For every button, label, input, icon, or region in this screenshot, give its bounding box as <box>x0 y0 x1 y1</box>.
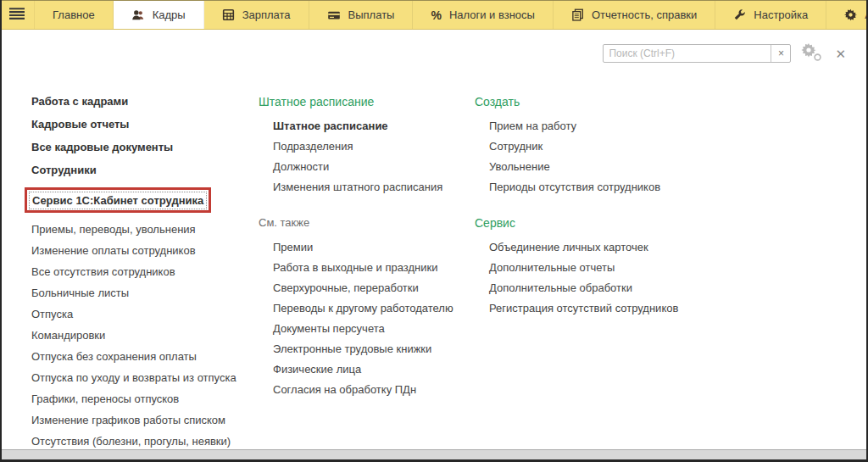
tab-label: Отчетность, справки <box>592 8 697 21</box>
top-section-bar: Главное Кадры Зарплата <box>2 0 866 30</box>
link-elektronnye-trudovye[interactable]: Электронные трудовые книжки <box>273 342 470 363</box>
tab-label: Настройка <box>754 8 808 21</box>
search-input[interactable] <box>604 45 771 62</box>
column-right: Создать Прием на работу Сотрудник Увольн… <box>475 95 712 322</box>
header-shtatnoe-raspisanie[interactable]: Штатное расписание <box>259 95 470 120</box>
gear-icon <box>844 8 857 21</box>
link-vse-kadrovye-dokumenty[interactable]: Все кадровые документы <box>31 141 252 164</box>
link-uvolnenie[interactable]: Увольнение <box>489 160 712 181</box>
search-clear-button[interactable]: × <box>771 45 790 62</box>
close-panel-button[interactable]: ✕ <box>832 47 849 60</box>
link-rabota-s-kadrami[interactable]: Работа с кадрами <box>31 95 252 118</box>
search-toolbar: × ✕ <box>603 42 849 65</box>
link-periody-otsutstviya[interactable]: Периоды отсутствия сотрудников <box>489 181 712 201</box>
link-obedinenie-kartochek[interactable]: Объединение личных карточек <box>489 241 712 261</box>
highlighted-link-servis-1c-kabinet[interactable]: Сервис 1С:Кабинет сотрудника <box>25 187 211 213</box>
payment-card-icon <box>327 8 341 22</box>
header-servis: Сервис <box>475 216 712 241</box>
column-middle: Штатное расписание Штатное расписание По… <box>259 95 470 404</box>
link-priem-na-rabotu[interactable]: Прием на работу <box>489 120 712 140</box>
link-grafiki-perenosy[interactable]: Графики, переносы отпусков <box>31 392 252 414</box>
link-otpuska[interactable]: Отпуска <box>31 308 252 329</box>
main-menu-button[interactable] <box>2 1 34 29</box>
tab-otchetnost[interactable]: Отчетность, справки <box>554 1 715 29</box>
link-priemy-perevody[interactable]: Приемы, переводы, увольнения <box>31 223 252 244</box>
app-window: Главное Кадры Зарплата <box>0 0 868 462</box>
column-left: Работа с кадрами Кадровые отчеты Все кад… <box>31 95 252 456</box>
highlighted-link-label: Сервис 1С:Кабинет сотрудника <box>31 193 205 208</box>
wrench-icon <box>733 8 746 21</box>
link-soglasiya-pdn[interactable]: Согласия на обработку ПДн <box>273 383 470 404</box>
link-komandirovki[interactable]: Командировки <box>31 329 252 350</box>
tab-glavnoe[interactable]: Главное <box>34 1 114 29</box>
link-izmeneniya-shtatnogo[interactable]: Изменения штатного расписания <box>273 181 470 201</box>
tab-administrirovanie[interactable]: Администрирование <box>826 1 868 29</box>
link-dokumenty-persucheta[interactable]: Документы персучета <box>273 322 470 342</box>
clear-x-icon: × <box>778 47 784 59</box>
double-gear-icon <box>800 42 822 65</box>
calculator-icon <box>222 8 235 21</box>
hamburger-icon <box>9 8 25 23</box>
report-icon <box>571 8 584 21</box>
window-bottom-edge <box>2 449 866 459</box>
tab-label: Кадры <box>153 8 186 21</box>
link-sotrudniki[interactable]: Сотрудники <box>31 164 252 186</box>
link-izmenenie-oplaty[interactable]: Изменение оплаты сотрудников <box>31 244 252 265</box>
link-otpuska-bez-sohraneniya[interactable]: Отпуска без сохранения оплаты <box>31 350 252 371</box>
settings-gears-button[interactable] <box>800 42 822 65</box>
link-dopolnitelnye-otchety[interactable]: Дополнительные отчеты <box>489 261 712 281</box>
percent-icon: % <box>431 8 441 22</box>
link-podrazdeleniya[interactable]: Подразделения <box>273 140 470 160</box>
search-box: × <box>603 44 791 63</box>
tab-vyplaty[interactable]: Выплаты <box>309 1 414 29</box>
link-bolnichnye-listy[interactable]: Больничные листы <box>31 287 252 308</box>
link-otpuska-po-uhodu[interactable]: Отпуска по уходу и возвраты из отпуска <box>31 371 252 392</box>
tab-nastroika[interactable]: Настройка <box>715 1 826 29</box>
link-sotrudnik[interactable]: Сотрудник <box>489 140 712 160</box>
link-perevody-k-drugomu[interactable]: Переводы к другому работодателю <box>273 302 470 322</box>
link-registratsiya-otsutstviy[interactable]: Регистрация отсутствий сотрудников <box>489 302 712 322</box>
link-izmenenie-grafikov[interactable]: Изменение графиков работы списком <box>31 414 252 435</box>
tab-label: Главное <box>53 8 95 21</box>
tab-zarplata[interactable]: Зарплата <box>204 1 309 29</box>
tab-label: Зарплата <box>242 8 291 21</box>
close-x-icon: ✕ <box>835 47 846 61</box>
link-kadrovye-otchety[interactable]: Кадровые отчеты <box>31 118 252 141</box>
link-dopolnitelnye-obrabotki[interactable]: Дополнительные обработки <box>489 281 712 302</box>
people-icon <box>131 8 145 22</box>
tab-label: Налоги и взносы <box>449 8 535 21</box>
tab-nalogi[interactable]: % Налоги и взносы <box>413 1 554 29</box>
link-premii[interactable]: Премии <box>273 241 470 261</box>
header-sm-takzhe: См. также <box>259 216 470 241</box>
tab-kadry[interactable]: Кадры <box>114 1 204 29</box>
link-sverhurochnye[interactable]: Сверхурочные, переработки <box>273 281 470 302</box>
link-vse-otsutstviya[interactable]: Все отсутствия сотрудников <box>31 265 252 287</box>
link-shtatnoe-raspisanie[interactable]: Штатное расписание <box>273 120 470 140</box>
header-sozdat: Создать <box>475 95 712 120</box>
tab-label: Выплаты <box>348 8 395 21</box>
link-rabota-v-vyhodnye[interactable]: Работа в выходные и праздники <box>273 261 470 281</box>
tab-label: Администрирование <box>865 8 868 21</box>
link-fizicheskie-litsa[interactable]: Физические лица <box>273 363 470 383</box>
link-dolzhnosti[interactable]: Должности <box>273 160 470 181</box>
